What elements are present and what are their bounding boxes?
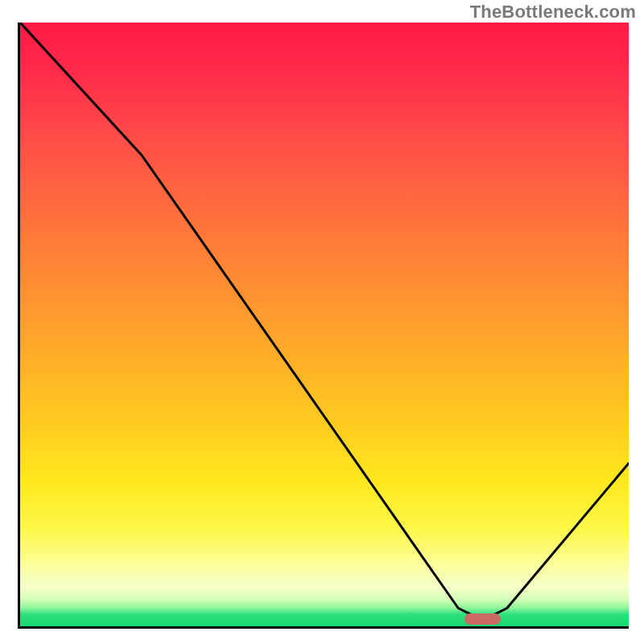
chart-frame: TheBottleneck.com — [0, 0, 644, 644]
attribution-text: TheBottleneck.com — [470, 2, 636, 23]
bottleneck-curve — [20, 23, 629, 626]
plot-area — [18, 23, 629, 629]
optimal-marker — [464, 613, 501, 625]
